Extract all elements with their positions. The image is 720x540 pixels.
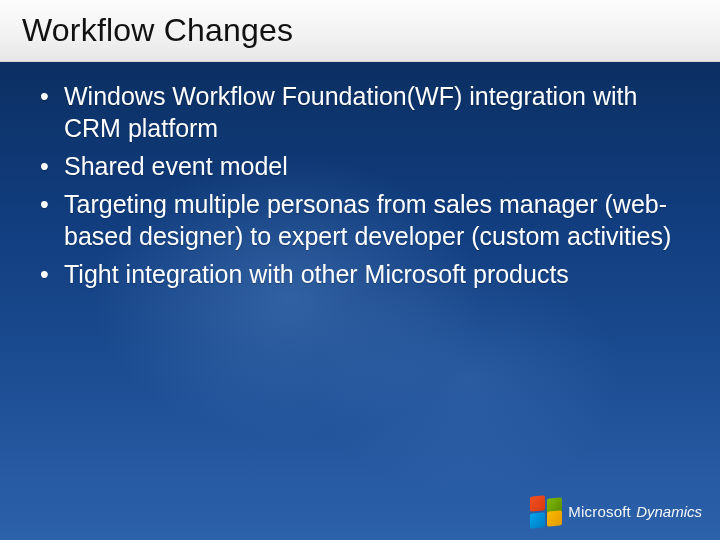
list-item: Shared event model [34,150,686,182]
footer-logo: Microsoft Dynamics [530,496,702,526]
footer-brand-microsoft: Microsoft [568,503,631,520]
microsoft-logo-icon [530,496,560,526]
list-item: Tight integration with other Microsoft p… [34,258,686,290]
title-bar: Workflow Changes [0,0,720,62]
bullet-list: Windows Workflow Foundation(WF) integrat… [34,80,686,290]
slide-body: Windows Workflow Foundation(WF) integrat… [34,80,686,296]
footer-brand-text: Microsoft Dynamics [568,504,702,519]
list-item: Windows Workflow Foundation(WF) integrat… [34,80,686,144]
slide-title: Workflow Changes [22,12,293,49]
list-item: Targeting multiple personas from sales m… [34,188,686,252]
footer-brand-dynamics: Dynamics [636,503,702,520]
slide: Workflow Changes Windows Workflow Founda… [0,0,720,540]
